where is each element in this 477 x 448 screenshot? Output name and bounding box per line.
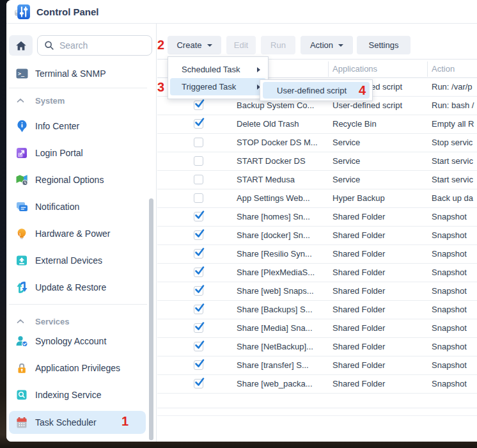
action-button[interactable]: Action — [301, 36, 353, 54]
sidebar: >_ Terminal & SNMP System — [6, 24, 156, 442]
table-row[interactable]: App Settings Web... Hyper Backup Back up… — [157, 189, 477, 208]
sidebar-divider — [9, 88, 147, 88]
action-cell: Snapshot — [432, 282, 467, 300]
settings-button-label: Settings — [369, 40, 399, 50]
application-cell: Hyper Backup — [332, 189, 385, 207]
application-cell: Shared Folder — [332, 208, 385, 226]
task-name-cell: Share [web] Snaps... — [237, 282, 314, 300]
action-cell: Snapshot — [432, 208, 467, 226]
create-button[interactable]: Create — [168, 36, 221, 54]
action-cell: Stop servic — [432, 134, 473, 152]
table-row[interactable]: Share [Media] Sna... Shared Folder Snaps… — [157, 319, 477, 338]
row-checkbox[interactable] — [194, 379, 203, 388]
row-checkbox[interactable] — [194, 342, 203, 351]
sidebar-item-label: Login Portal — [35, 148, 83, 158]
application-cell: Service — [332, 171, 360, 189]
column-separator[interactable] — [328, 61, 329, 77]
row-checkbox[interactable] — [194, 230, 203, 240]
row-checkbox[interactable] — [194, 305, 203, 314]
sidebar-item-update-restore[interactable]: Update & Restore — [9, 276, 146, 299]
row-checkbox[interactable] — [194, 360, 203, 370]
row-checkbox[interactable] — [194, 100, 203, 110]
sidebar-item-synology-account[interactable]: Synology Account — [9, 330, 146, 353]
task-name-cell: Share [NetBackup]... — [237, 338, 313, 356]
table-row[interactable]: Share [docker] Sn... Shared Folder Snaps… — [157, 227, 477, 245]
lightbulb-icon: 1 — [15, 227, 28, 240]
checkmark-icon — [194, 98, 205, 109]
run-button[interactable]: Run — [261, 36, 295, 54]
desktop-background: Control Panel >_ — [0, 0, 477, 448]
column-header-action[interactable]: Action — [432, 60, 455, 78]
action-cell: Snapshot — [432, 227, 467, 244]
table-row[interactable]: Share [Backups] S... Shared Folder Snaps… — [157, 301, 477, 319]
row-checkbox[interactable] — [194, 175, 203, 184]
task-name-cell: STOP Docker DS M... — [237, 134, 318, 152]
section-header-system[interactable]: System — [9, 93, 146, 108]
section-header-services[interactable]: Services — [9, 314, 146, 328]
task-table-body: User-defined script Run: /var/p Backup S… — [157, 78, 477, 394]
account-check-icon — [15, 335, 28, 348]
application-cell: Shared Folder — [332, 227, 385, 244]
column-header-applications[interactable]: Applications — [332, 60, 377, 78]
sidebar-item-application-privileges[interactable]: Application Privileges — [9, 356, 146, 380]
application-cell: Shared Folder — [332, 282, 385, 300]
table-row[interactable]: Share [web_packa... Shared Folder Snapsh… — [157, 375, 477, 394]
row-checkbox[interactable] — [194, 249, 203, 259]
home-button[interactable] — [9, 35, 33, 56]
task-name-cell: Share [Backups] S... — [237, 301, 313, 319]
checkmark-icon — [194, 376, 205, 388]
create-button-label: Create — [176, 40, 201, 50]
task-name-cell: START Docker DS — [237, 152, 306, 170]
menu-item-triggered-task[interactable]: Triggered Task — [170, 78, 266, 95]
sidebar-item-notification[interactable]: Notification — [9, 195, 146, 218]
task-name-cell: Share [web_packa... — [237, 375, 313, 393]
sidebar-item-label: Regional Options — [35, 175, 104, 185]
task-name-cell: Share [docker] Sn... — [237, 227, 310, 244]
sidebar-scrollbar[interactable] — [149, 198, 153, 440]
sidebar-item-login-portal[interactable]: Login Portal — [9, 141, 146, 164]
sidebar-item-indexing-service[interactable]: Indexing Service — [9, 383, 146, 406]
row-checkbox[interactable] — [194, 268, 203, 277]
sidebar-item-terminal-snmp[interactable]: >_ Terminal & SNMP — [9, 62, 146, 85]
table-row[interactable]: Share [web] Snaps... Shared Folder Snaps… — [157, 282, 477, 301]
row-checkbox[interactable] — [194, 156, 203, 166]
table-row[interactable]: Share [PlexMediaS... Shared Folder Snaps… — [157, 264, 477, 282]
sidebar-item-label: Update & Restore — [35, 282, 106, 292]
terminal-icon: >_ — [15, 67, 28, 80]
menu-item-scheduled-task[interactable]: Scheduled Task — [170, 61, 266, 78]
row-checkbox[interactable] — [194, 193, 203, 203]
padlock-icon — [15, 362, 28, 374]
task-name-cell: Share [transfer] S... — [237, 356, 309, 374]
task-name-cell: START Medusa — [237, 171, 295, 189]
sidebar-item-regional-options[interactable]: Regional Options — [9, 168, 146, 191]
table-row[interactable]: Share [NetBackup]... Shared Folder Snaps… — [157, 338, 477, 356]
application-cell: Shared Folder — [332, 338, 385, 356]
sidebar-item-external-devices[interactable]: External Devices — [9, 249, 146, 272]
table-row[interactable]: START Docker DS Service Start servic — [157, 152, 477, 171]
table-row[interactable]: Share [homes] Sn... Shared Folder Snapsh… — [157, 208, 477, 227]
menu-item-user-defined-script[interactable]: User-defined script 4 — [263, 82, 370, 99]
table-row[interactable]: Share [transfer] S... Shared Folder Snap… — [157, 356, 477, 375]
checkmark-icon — [194, 302, 205, 314]
row-checkbox[interactable] — [194, 212, 203, 221]
settings-button[interactable]: Settings — [357, 36, 411, 54]
sidebar-main-divider — [156, 24, 157, 442]
table-row[interactable]: STOP Docker DS M... Service Stop servic — [157, 134, 477, 152]
table-row[interactable]: Share [Resilio Syn... Shared Folder Snap… — [157, 245, 477, 264]
sidebar-item-hardware-power[interactable]: 1 Hardware & Power — [9, 222, 146, 245]
table-row[interactable]: Delete Old Trash Recycle Bin Empty all R — [157, 115, 477, 134]
row-checkbox[interactable] — [194, 138, 203, 147]
column-separator[interactable] — [427, 61, 428, 77]
edit-button[interactable]: Edit — [226, 36, 256, 54]
search-input[interactable] — [37, 35, 152, 56]
action-cell: Run: /var/p — [432, 78, 473, 96]
row-checkbox[interactable] — [194, 323, 203, 333]
row-checkbox[interactable] — [194, 286, 203, 296]
annotation-3: 3 — [157, 81, 164, 93]
calendar-icon — [15, 416, 28, 429]
row-checkbox[interactable] — [194, 119, 203, 129]
action-cell: Snapshot — [432, 264, 467, 282]
task-name-cell: Share [Media] Sna... — [237, 319, 313, 337]
sidebar-item-info-center[interactable]: Info Center — [9, 115, 146, 138]
table-row[interactable]: START Medusa Service Start servic — [157, 171, 477, 189]
